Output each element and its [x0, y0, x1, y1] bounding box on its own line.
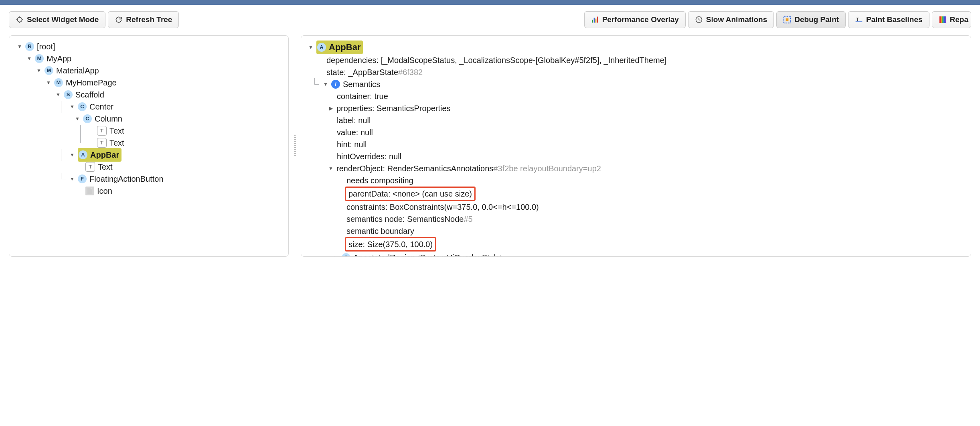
- tree-guide-icon: [58, 173, 67, 185]
- tree-row-fab[interactable]: ▼ F FloatingActionButton: [12, 173, 286, 185]
- details-row-needs-compositing[interactable]: needs compositing: [303, 174, 969, 187]
- details-row-value[interactable]: value: null: [303, 126, 969, 138]
- widget-label: MaterialApp: [56, 65, 99, 77]
- chevron-down-icon[interactable]: ▼: [323, 81, 328, 87]
- svg-rect-8: [597, 17, 598, 23]
- button-label: Select Widget Mode: [27, 15, 99, 24]
- select-widget-mode-button[interactable]: Select Widget Mode: [9, 11, 105, 28]
- property-name: renderObject: RenderSemanticsAnnotations: [336, 164, 493, 173]
- property-text: container: true: [337, 90, 388, 102]
- tree-row-myapp[interactable]: ▼ M MyApp: [12, 53, 286, 65]
- tree-row-text[interactable]: ▼ T Text: [12, 125, 286, 137]
- widget-label: AppBar: [329, 41, 360, 53]
- property-name: state: _AppBarState: [326, 68, 398, 77]
- widget-label: FloatingActionButton: [89, 173, 164, 185]
- button-label: Repa: [950, 15, 968, 24]
- chevron-down-icon[interactable]: ▼: [26, 56, 32, 61]
- svg-rect-11: [786, 18, 789, 21]
- chevron-down-icon[interactable]: ▼: [75, 116, 80, 122]
- details-row-semantics[interactable]: ▼ i Semantics: [303, 78, 969, 90]
- tree-guide-icon: [77, 137, 86, 149]
- details-row-render-object[interactable]: ▼ renderObject: RenderSemanticsAnnotatio…: [303, 162, 969, 174]
- chevron-right-icon[interactable]: ▶: [333, 255, 339, 257]
- details-row-state[interactable]: state: _AppBarState#6f382: [303, 66, 969, 78]
- tree-row-center[interactable]: ▼ C Center: [12, 101, 286, 113]
- paint-baselines-button[interactable]: T Paint Baselines: [848, 11, 929, 28]
- svg-rect-17: [943, 16, 944, 23]
- widget-label: AppBar: [90, 149, 119, 161]
- highlight-box: size: Size(375.0, 100.0): [345, 237, 436, 252]
- widget-tree: ▼ R [root] ▼ M MyApp ▼ M MaterialApp ▼ M: [9, 36, 288, 202]
- widget-badge: S: [64, 90, 73, 99]
- svg-rect-15: [941, 16, 942, 23]
- widget-label: Text: [109, 137, 124, 149]
- details-row-hint[interactable]: hint: null: [303, 138, 969, 150]
- details-row-size[interactable]: size: Size(375.0, 100.0): [303, 237, 969, 252]
- details-row-label[interactable]: label: null: [303, 114, 969, 126]
- chevron-right-icon[interactable]: ▶: [328, 105, 334, 111]
- tree-guide-icon: [58, 149, 67, 161]
- widget-badge: R: [25, 42, 34, 51]
- tree-guide-icon: [322, 252, 330, 257]
- tree-row-text[interactable]: ▼ T Text: [12, 137, 286, 149]
- details-row-parent-data[interactable]: parentData: <none> (can use size): [303, 187, 969, 201]
- button-label: Debug Paint: [794, 15, 839, 24]
- widget-badge: M: [45, 66, 53, 75]
- refresh-tree-button[interactable]: Refresh Tree: [108, 11, 179, 28]
- button-label: Slow Animations: [706, 15, 767, 24]
- tree-row-myhomepage[interactable]: ▼ M MyHomePage: [12, 77, 286, 89]
- chevron-down-icon[interactable]: ▼: [69, 104, 75, 110]
- tree-guide-icon: [77, 125, 86, 137]
- details-row-annotated-region[interactable]: ▶ A AnnotatedRegion<SystemUiOverlayStyle…: [303, 252, 969, 257]
- selected-widget: A AppBar: [316, 41, 363, 54]
- widget-label: Text: [98, 161, 113, 173]
- chevron-down-icon[interactable]: ▼: [308, 45, 314, 50]
- property-text: hintOverrides: null: [337, 150, 401, 162]
- top-accent-bar: [0, 0, 980, 5]
- bar-chart-icon: [591, 16, 599, 24]
- repaint-rainbow-button[interactable]: Repa: [932, 11, 971, 28]
- widget-badge: F: [78, 174, 87, 183]
- chevron-down-icon[interactable]: ▼: [46, 80, 51, 85]
- tree-row-appbar[interactable]: ▼ A AppBar: [12, 149, 286, 161]
- tree-row-column[interactable]: ▼ C Column: [12, 113, 286, 125]
- svg-rect-16: [942, 16, 943, 23]
- widget-label: [root]: [37, 41, 55, 53]
- chevron-down-icon[interactable]: ▼: [55, 92, 61, 97]
- tree-row-materialapp[interactable]: ▼ M MaterialApp: [12, 65, 286, 77]
- widget-badge: T: [85, 162, 95, 172]
- chevron-down-icon[interactable]: ▼: [36, 68, 42, 73]
- details-row-semantics-node[interactable]: semantics node: SemanticsNode#5: [303, 213, 969, 225]
- button-label: Refresh Tree: [126, 15, 172, 24]
- svg-rect-18: [945, 16, 946, 23]
- chevron-down-icon[interactable]: ▼: [69, 152, 75, 158]
- hash-text: #6f382: [398, 68, 423, 77]
- details-row-properties[interactable]: ▶ properties: SemanticsProperties: [303, 102, 969, 114]
- tree-row-icon[interactable]: ▼ Icon: [12, 185, 286, 197]
- chevron-down-icon[interactable]: ▼: [69, 176, 75, 182]
- tree-row-root[interactable]: ▼ R [root]: [12, 41, 286, 53]
- details-row-container[interactable]: container: true: [303, 90, 969, 102]
- tree-row-scaffold[interactable]: ▼ S Scaffold: [12, 89, 286, 101]
- details-row-constraints[interactable]: constraints: BoxConstraints(w=375.0, 0.0…: [303, 201, 969, 213]
- refresh-icon: [115, 16, 123, 24]
- debug-paint-button[interactable]: Debug Paint: [776, 11, 846, 28]
- property-text: state: _AppBarState#6f382: [326, 66, 423, 78]
- tree-row-text[interactable]: ▼ T Text: [12, 161, 286, 173]
- slow-animations-button[interactable]: Slow Animations: [688, 11, 774, 28]
- widget-label: Center: [89, 101, 113, 113]
- chevron-down-icon[interactable]: ▼: [17, 44, 22, 49]
- widget-label: Semantics: [343, 78, 380, 90]
- widget-tree-panel: ▼ R [root] ▼ M MyApp ▼ M MaterialApp ▼ M: [9, 35, 289, 257]
- panel-splitter[interactable]: [294, 35, 296, 257]
- chevron-down-icon[interactable]: ▼: [328, 166, 334, 171]
- details-panel: ▼ A AppBar dependencies: [_ModalScopeSta…: [301, 35, 971, 257]
- tree-guide-icon: [311, 78, 320, 90]
- details-row-hint-overrides[interactable]: hintOverrides: null: [303, 150, 969, 162]
- details-row-appbar[interactable]: ▼ A AppBar: [303, 41, 969, 54]
- performance-overlay-button[interactable]: Performance Overlay: [584, 11, 686, 28]
- details-row-dependencies[interactable]: dependencies: [_ModalScopeStatus, _Local…: [303, 54, 969, 66]
- property-text: dependencies: [_ModalScopeStatus, _Local…: [326, 54, 666, 66]
- debug-paint-icon: [783, 16, 791, 24]
- details-row-semantic-boundary[interactable]: semantic boundary: [303, 225, 969, 237]
